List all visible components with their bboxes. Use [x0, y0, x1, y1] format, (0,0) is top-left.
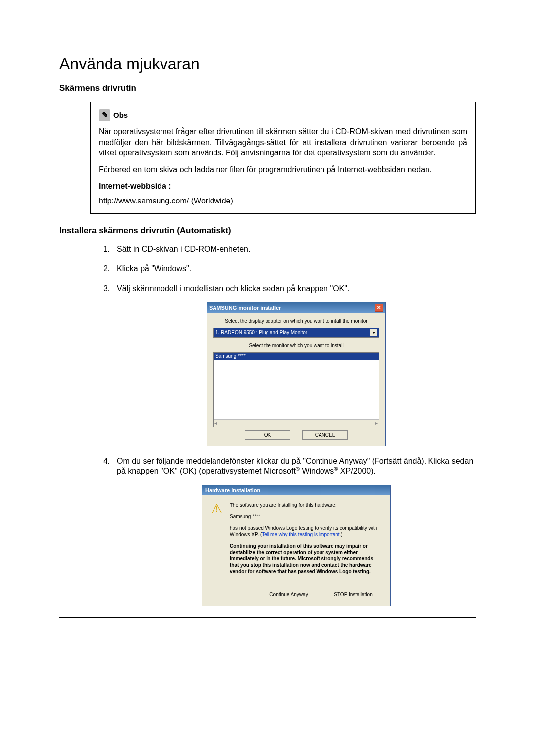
monitor-list[interactable]: Samsung **** ◂ ▸ [213, 352, 379, 427]
step-4-text-a: Om du ser följande meddelandefönster kli… [117, 457, 473, 475]
section-heading-driver: Skärmens drivrutin [59, 83, 476, 93]
hw-text-4: Continuing your installation of this sof… [230, 543, 383, 575]
note-heading: ✎ Obs [99, 109, 467, 121]
section-heading-install-auto: Installera skärmens drivrutin (Automatis… [59, 226, 476, 236]
note-box: ✎ Obs När operativsystemet frågar efter … [90, 102, 476, 214]
installer-dialog: SAMSUNG monitor installer ✕ Select the d… [207, 302, 386, 446]
note-link-label: Internet-webbsida : [99, 182, 171, 190]
cancel-button[interactable]: CANCEL [302, 430, 348, 440]
figure-installer-dialog: SAMSUNG monitor installer ✕ Select the d… [117, 302, 476, 446]
hw-text-2: Samsung **** [230, 513, 383, 520]
adapter-dropdown[interactable]: 1. RADEON 9550 : Plug and Play Monitor ▾ [213, 328, 379, 338]
top-rule [59, 35, 476, 35]
step-1-text: Sätt in CD-skivan i CD-ROM-enheten. [117, 245, 250, 253]
hw-link[interactable]: Tell me why this testing is important. [262, 532, 341, 537]
figure-hardware-dialog: Hardware Installation ⚠ The software you… [117, 485, 476, 606]
chevron-down-icon: ▾ [370, 329, 377, 336]
step-4-text-c: XP/2000). [338, 467, 375, 475]
step-4-text-b: Windows [300, 467, 334, 475]
step-3-text: Välj skärmmodell i modellistan och klick… [117, 284, 349, 293]
scroll-left-icon[interactable]: ◂ [214, 420, 217, 426]
adapter-selected: 1. RADEON 9550 : Plug and Play Monitor [215, 330, 307, 335]
hw-text-1: The software you are installing for this… [230, 502, 383, 508]
note-url: http://www.samsung.com/ (Worldwide) [99, 196, 467, 206]
install-steps: Sätt in CD-skivan i CD-ROM-enheten. Klic… [59, 245, 476, 606]
note-paragraph-2: Förbered en tom skiva och ladda ner file… [99, 164, 467, 175]
ok-button[interactable]: OK [245, 430, 290, 440]
warning-icon: ⚠ [209, 502, 224, 517]
hardware-title: Hardware Installation [202, 485, 390, 495]
installer-label-adapter: Select the display adapter on which you … [213, 318, 379, 324]
list-item: Klicka på "Windows". [112, 264, 476, 273]
bottom-rule [59, 617, 476, 618]
scroll-right-icon[interactable]: ▸ [375, 420, 378, 426]
h-scrollbar[interactable]: ◂ ▸ [214, 419, 379, 427]
continue-anyway-button[interactable]: CContinue Anywayontinue Anyway [259, 590, 319, 599]
hw-text-3: has not passed Windows Logo testing to v… [230, 525, 383, 538]
stop-installation-button[interactable]: STOP InstallationSTOP Installation [323, 590, 383, 599]
list-item: Sätt in CD-skivan i CD-ROM-enheten. [112, 245, 476, 253]
monitor-selected-row[interactable]: Samsung **** [214, 353, 379, 360]
list-item: Om du ser följande meddelandefönster kli… [112, 457, 476, 606]
note-paragraph-1: När operativsystemet frågar efter drivru… [99, 126, 467, 158]
installer-titlebar: SAMSUNG monitor installer ✕ [207, 302, 385, 313]
page-title: Använda mjukvaran [59, 55, 476, 73]
list-item: Välj skärmmodell i modellistan och klick… [112, 284, 476, 446]
registered-mark: ® [296, 466, 300, 472]
close-icon[interactable]: ✕ [374, 304, 383, 312]
note-label: Obs [113, 110, 128, 120]
installer-label-monitor: Select the monitor which you want to ins… [213, 343, 379, 348]
installer-title-text: SAMSUNG monitor installer [209, 305, 281, 311]
hardware-dialog: Hardware Installation ⚠ The software you… [202, 485, 391, 606]
step-2-text: Klicka på "Windows". [117, 264, 191, 273]
note-icon: ✎ [99, 109, 110, 121]
